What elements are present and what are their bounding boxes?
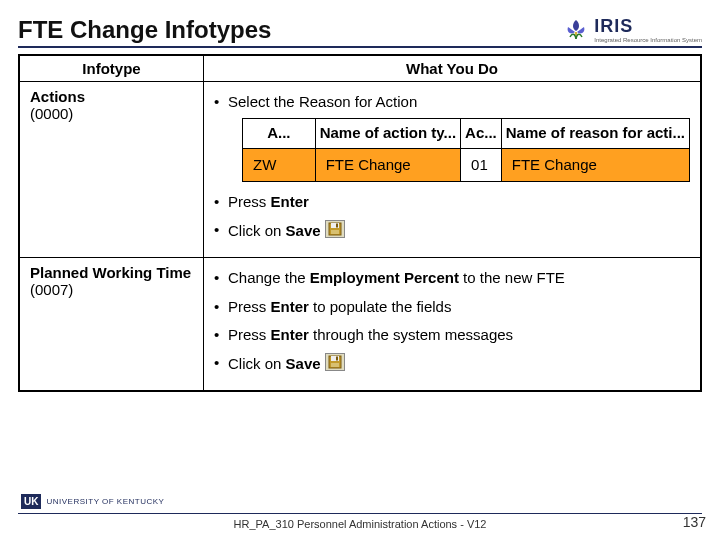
list-item: Select the Reason for ActionA...Name of …: [214, 92, 690, 182]
table-row: Planned Working Time(0007)Change the Emp…: [19, 258, 701, 392]
save-icon: [325, 353, 345, 376]
infotypes-table: Infotype What You Do Actions(0000)Select…: [18, 54, 702, 392]
list-item: Change the Employment Percent to the new…: [214, 268, 690, 288]
list-item: Click on Save: [214, 353, 690, 376]
table-row: Actions(0000)Select the Reason for Actio…: [19, 82, 701, 258]
svg-rect-4: [331, 230, 339, 234]
save-icon: [325, 220, 345, 243]
page-number: 137: [683, 514, 706, 530]
footer-divider: [18, 513, 702, 514]
list-item: Press Enter: [214, 192, 690, 212]
list-item: Press Enter to populate the fields: [214, 297, 690, 317]
iris-flower-icon: [562, 17, 590, 43]
svg-rect-9: [331, 363, 339, 367]
svg-rect-8: [336, 357, 338, 361]
list-item: Click on Save: [214, 220, 690, 243]
sap-grid: A...Name of action ty...Ac...Name of rea…: [242, 118, 690, 182]
svg-rect-3: [336, 224, 338, 228]
page-title: FTE Change Infotypes: [18, 16, 271, 44]
list-item: Press Enter through the system messages: [214, 325, 690, 345]
uk-logo: UK UNIVERSITY OF KENTUCKY: [20, 493, 164, 510]
footer-doc-id: HR_PA_310 Personnel Administration Actio…: [0, 518, 720, 530]
col-infotype: Infotype: [19, 55, 204, 82]
iris-logo: IRIS Integrated Resource Information Sys…: [562, 16, 702, 44]
col-what-you-do: What You Do: [204, 55, 702, 82]
